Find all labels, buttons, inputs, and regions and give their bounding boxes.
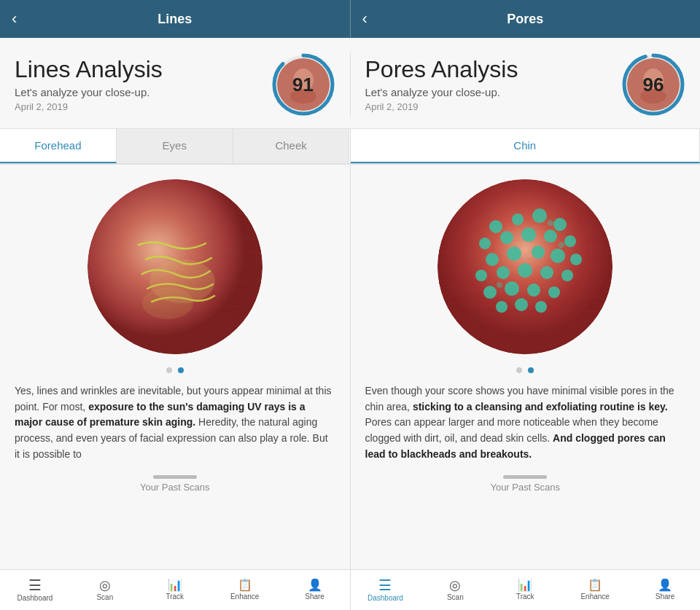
left-nav-dashboard[interactable]: ☰ Dashboard (0, 570, 70, 610)
pores-analysis-subtitle: Let's analyze your close-up. (365, 86, 622, 98)
share-icon-right: 👤 (658, 579, 672, 591)
lines-past-scans-bar: Your Past Scans (12, 471, 338, 496)
left-nav-enhance[interactable]: 📋 Enhance (210, 570, 280, 610)
pores-dot-1[interactable] (516, 367, 522, 373)
pores-pagination (516, 367, 534, 373)
pores-description: Even though your score shows you have mi… (362, 378, 689, 471)
svg-point-43 (497, 266, 510, 279)
tab-eyes[interactable]: Eyes (117, 129, 233, 163)
svg-point-48 (505, 281, 519, 296)
lines-nav-title: Lines (158, 12, 192, 27)
share-label-left: Share (305, 593, 324, 601)
pores-back-button[interactable]: ‹ (362, 9, 368, 28)
left-nav-scan[interactable]: ◎ Scan (70, 570, 140, 610)
lines-score: 91 (292, 74, 314, 96)
svg-point-55 (559, 242, 564, 248)
svg-point-42 (475, 270, 487, 281)
svg-point-31 (553, 218, 567, 231)
share-label-right: Share (656, 593, 675, 601)
svg-point-35 (544, 230, 557, 243)
right-nav-scan[interactable]: ◎ Scan (420, 570, 490, 610)
lines-skin-image (88, 179, 262, 354)
lines-score-circle: 91 (271, 52, 335, 117)
svg-point-46 (561, 270, 573, 281)
track-icon-left: 📊 (168, 579, 182, 591)
dashboard-label-left: Dashboard (17, 594, 52, 602)
svg-point-28 (489, 220, 502, 233)
track-label-right: Track (516, 593, 534, 601)
svg-point-51 (496, 301, 508, 313)
svg-point-52 (515, 298, 528, 311)
svg-point-50 (548, 286, 560, 298)
pores-past-scans-label: Your Past Scans (490, 482, 560, 493)
dashboard-icon-left: ☰ (28, 578, 42, 593)
pores-content: Even though your score shows you have mi… (351, 165, 701, 610)
lines-content: Yes, lines and wrinkles are inevitable, … (0, 165, 350, 610)
svg-point-56 (497, 282, 502, 288)
pores-analysis-title: Pores Analysis (365, 57, 622, 82)
lines-analysis-header: Lines Analysis Let's analyze your close-… (0, 52, 350, 117)
left-tabs: Forehead Eyes Cheek (0, 129, 350, 163)
lines-dot-1[interactable] (166, 367, 172, 373)
svg-point-33 (500, 231, 513, 244)
left-nav-section: ‹ Lines (0, 0, 350, 38)
right-nav-dashboard[interactable]: ☰ Dashboard (351, 570, 421, 610)
lines-back-button[interactable]: ‹ (12, 9, 17, 28)
lines-dot-2[interactable] (178, 367, 184, 373)
enhance-icon-right: 📋 (588, 579, 602, 591)
svg-point-41 (570, 254, 582, 265)
dashboard-icon-right: ☰ (378, 578, 392, 593)
enhance-label-left: Enhance (230, 593, 259, 601)
svg-point-20 (142, 287, 193, 319)
pores-score: 96 (643, 74, 664, 96)
enhance-icon-left: 📋 (238, 579, 252, 591)
svg-point-39 (532, 246, 545, 259)
svg-point-49 (527, 284, 540, 297)
tab-cheek[interactable]: Cheek (233, 129, 350, 163)
right-bottom-nav: ☰ Dashboard ◎ Scan 📊 Track 📋 Enhance 👤 S… (351, 570, 701, 610)
pores-past-scans-bar: Your Past Scans (362, 471, 689, 496)
svg-point-32 (479, 238, 491, 249)
svg-point-38 (507, 246, 521, 261)
lines-past-scans-label: Your Past Scans (140, 482, 210, 493)
share-icon-left: 👤 (308, 579, 322, 591)
tab-forehead[interactable]: Forehead (0, 129, 117, 163)
pores-dot-2[interactable] (528, 367, 534, 373)
svg-point-44 (518, 263, 532, 278)
svg-point-47 (483, 286, 497, 299)
svg-point-54 (548, 220, 553, 226)
svg-point-37 (486, 253, 499, 266)
right-tabs: Chin (351, 129, 701, 163)
lines-analysis-title: Lines Analysis (15, 57, 271, 82)
scan-label-left: Scan (96, 593, 113, 601)
enhance-label-right: Enhance (580, 593, 609, 601)
right-nav-section: ‹ Pores (351, 0, 701, 38)
track-icon-right: 📊 (518, 579, 532, 591)
svg-point-45 (540, 266, 553, 279)
lines-analysis-date: April 2, 2019 (15, 101, 271, 112)
pores-analysis-date: April 2, 2019 (365, 101, 622, 112)
tab-chin[interactable]: Chin (351, 129, 701, 163)
right-nav-share[interactable]: 👤 Share (630, 570, 700, 610)
dashboard-label-right: Dashboard (368, 594, 403, 602)
pores-score-circle: 96 (621, 52, 685, 117)
lines-scroll-handle[interactable] (153, 475, 197, 479)
pores-scroll-handle[interactable] (503, 475, 547, 479)
lines-analysis-subtitle: Let's analyze your close-up. (15, 86, 271, 98)
left-nav-share[interactable]: 👤 Share (280, 570, 350, 610)
pores-nav-title: Pores (507, 12, 543, 27)
track-label-left: Track (166, 593, 184, 601)
pores-analysis-header: Pores Analysis Let's analyze your close-… (351, 52, 701, 117)
pores-skin-image (438, 179, 612, 354)
svg-point-34 (521, 227, 536, 242)
scan-label-right: Scan (447, 593, 464, 601)
lines-pagination (166, 367, 184, 373)
svg-point-29 (512, 214, 524, 225)
left-nav-track[interactable]: 📊 Track (140, 570, 210, 610)
right-nav-track[interactable]: 📊 Track (490, 570, 560, 610)
scan-icon-right: ◎ (449, 579, 461, 592)
right-nav-enhance[interactable]: 📋 Enhance (560, 570, 630, 610)
bottom-navigation: ☰ Dashboard ◎ Scan 📊 Track 📋 Enhance 👤 S… (0, 569, 700, 610)
lines-description: Yes, lines and wrinkles are inevitable, … (12, 378, 338, 471)
svg-point-53 (535, 301, 547, 313)
